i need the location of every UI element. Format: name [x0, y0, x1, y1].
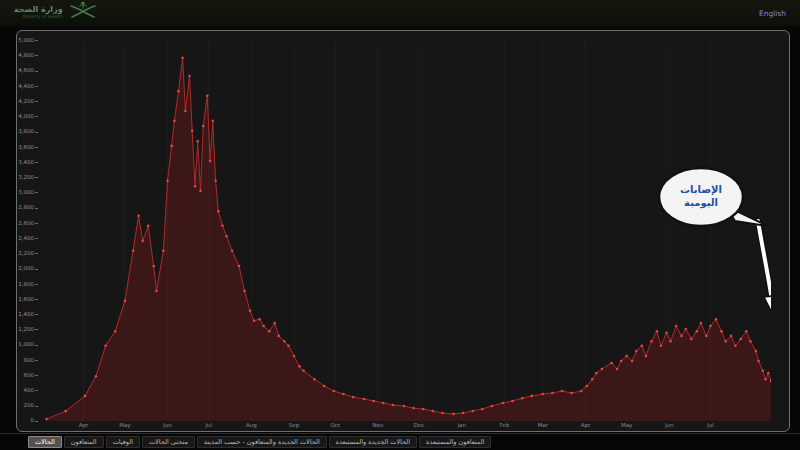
data-point	[656, 330, 659, 333]
data-point	[580, 390, 583, 393]
data-point	[268, 330, 271, 333]
data-point	[749, 340, 752, 343]
data-point	[363, 398, 366, 401]
data-point	[531, 395, 534, 398]
data-point	[471, 410, 474, 413]
data-point	[132, 250, 135, 253]
page-tab-5[interactable]: الحالات الجديدة والمستبعدة	[329, 436, 417, 449]
data-point	[724, 340, 727, 343]
annotation-arrow	[758, 221, 771, 301]
data-point	[382, 402, 385, 405]
data-point	[491, 405, 494, 408]
data-point	[287, 345, 290, 348]
y-axis-tick-label: 800	[24, 358, 39, 364]
callout-text-line1: الإصابات	[680, 184, 722, 196]
cases-area-fill	[47, 58, 772, 421]
data-point	[462, 412, 465, 415]
data-point	[194, 185, 197, 188]
y-axis-tick-label: 1,200	[18, 327, 38, 333]
data-point	[323, 385, 326, 388]
y-axis-tick-label: 400	[24, 388, 39, 394]
x-axis-labels: AprMayJunJulAugSepOctNovDecJanFebMarAprM…	[41, 423, 771, 431]
y-axis-tick-label: 2,200	[18, 251, 38, 257]
language-switch-link[interactable]: English	[759, 9, 786, 18]
y-axis-tick-label: 1,400	[18, 312, 38, 318]
page-tab-1[interactable]: المتعافون	[64, 436, 104, 449]
data-point	[570, 392, 573, 395]
x-axis-tick-label: Jun	[163, 423, 172, 429]
data-point	[147, 224, 150, 227]
page-tab-4[interactable]: الحالات الجديدة والمتعافون - حسب المدينة	[197, 436, 327, 449]
data-point	[757, 360, 760, 363]
data-point	[170, 145, 173, 148]
data-point	[155, 290, 158, 293]
x-axis-tick-label: Jul	[707, 423, 714, 429]
data-point	[762, 370, 765, 373]
data-point	[333, 390, 336, 393]
data-point	[302, 370, 305, 373]
data-point	[745, 330, 748, 333]
daily-cases-chart[interactable]: الإصاباتاليومية	[41, 41, 771, 421]
data-point	[432, 410, 435, 413]
data-point	[660, 345, 663, 348]
data-point	[45, 418, 48, 421]
x-axis-tick-label: Oct	[330, 423, 340, 429]
y-axis-tick-label: 3,400	[18, 160, 38, 166]
x-axis-tick-label: Sep	[289, 423, 299, 429]
data-point	[641, 345, 644, 348]
data-point	[225, 235, 228, 238]
data-point	[685, 328, 688, 331]
data-point	[231, 250, 234, 253]
data-point	[764, 378, 767, 381]
data-point	[184, 110, 187, 113]
x-axis-tick-label: Apr	[79, 423, 89, 429]
data-point	[452, 413, 455, 416]
data-point	[561, 390, 564, 393]
data-point	[206, 94, 209, 97]
data-point	[616, 368, 619, 371]
x-axis-tick-label: Jul	[205, 423, 212, 429]
page-tab-2[interactable]: الوفيات	[106, 436, 140, 449]
data-point	[511, 400, 514, 403]
data-point	[755, 350, 758, 353]
y-axis-tick-label: 3,800	[18, 129, 38, 135]
moh-emblem-icon	[68, 1, 98, 25]
y-axis-tick-label: 5,000	[18, 38, 38, 44]
data-point	[181, 56, 184, 59]
data-point	[620, 360, 623, 363]
page-tab-3[interactable]: منحنى الحالات	[142, 436, 195, 449]
data-point	[188, 75, 191, 78]
page-tab-6[interactable]: المتعافون والمستبعدة	[419, 436, 491, 449]
data-point	[238, 265, 241, 268]
y-axis-tick-label: 2,400	[18, 236, 38, 242]
data-point	[392, 404, 395, 407]
data-point	[124, 300, 127, 303]
data-point	[84, 395, 87, 398]
data-point	[740, 338, 743, 341]
data-point	[521, 397, 524, 400]
y-axis-tick-label: 1,000	[18, 342, 38, 348]
data-point	[595, 372, 598, 375]
data-point	[675, 325, 678, 328]
data-point	[177, 90, 180, 93]
data-point	[249, 310, 252, 313]
data-point	[669, 340, 672, 343]
y-axis-tick-label: 0	[31, 418, 39, 424]
data-point	[422, 408, 425, 411]
data-point	[730, 335, 733, 338]
data-point	[696, 330, 699, 333]
data-point	[313, 378, 316, 381]
data-point	[298, 365, 301, 368]
data-point	[104, 345, 107, 348]
data-point	[258, 318, 261, 321]
moh-logo-subtitle: Ministry of Health	[23, 15, 63, 20]
data-point	[283, 340, 286, 343]
data-point	[502, 402, 505, 405]
data-point	[141, 240, 144, 243]
data-point	[243, 290, 246, 293]
y-axis-tick-label: 3,000	[18, 190, 38, 196]
y-axis-tick-label: 200	[24, 403, 39, 409]
data-point	[209, 160, 212, 163]
x-axis-tick-label: Aug	[246, 423, 257, 429]
page-tab-0[interactable]: الحالات	[28, 436, 62, 449]
